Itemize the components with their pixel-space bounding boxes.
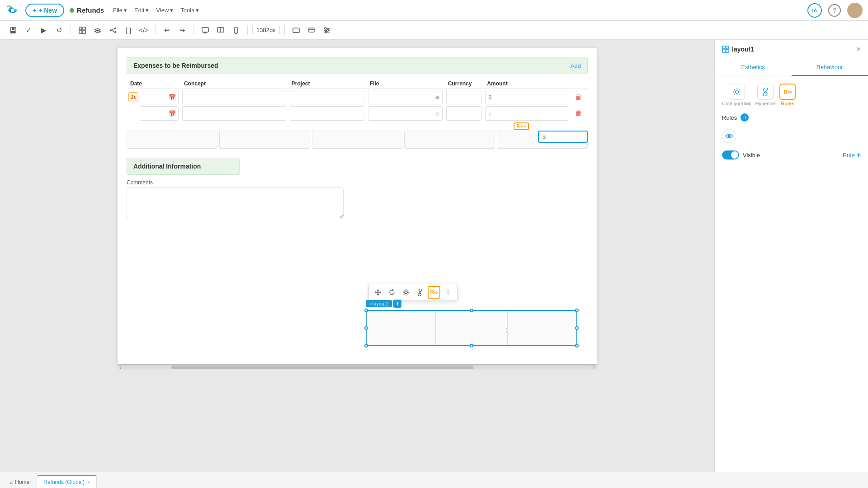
new-button[interactable]: + + New	[25, 4, 64, 17]
comments-textarea[interactable]	[127, 188, 344, 219]
handle-bm[interactable]	[470, 344, 473, 347]
refunds-tab[interactable]: Refunds (Global) ×	[37, 475, 97, 488]
ia-badge[interactable]: IA	[807, 3, 822, 18]
delete-row-1[interactable]: 🗑	[573, 91, 585, 103]
adjust-button[interactable]	[320, 23, 334, 37]
view-menu[interactable]: View ▾	[156, 7, 173, 14]
status-dot	[70, 8, 74, 13]
save-button[interactable]	[6, 23, 20, 37]
tab-behaviour[interactable]: Behaviour	[792, 59, 868, 76]
handle-tl[interactable]	[364, 309, 368, 312]
top-right: IA ?	[807, 3, 863, 18]
grid-button[interactable]	[75, 23, 89, 37]
refresh-button[interactable]: ↺	[52, 23, 66, 37]
scroll-thumb[interactable]	[171, 366, 473, 369]
svg-rect-37	[726, 50, 729, 52]
handle-tm[interactable]	[470, 309, 473, 312]
main-layout: Expenses to be Reimbursed Add Date Conce…	[0, 40, 868, 472]
file-input-2[interactable]	[368, 106, 443, 121]
panel-close-button[interactable]: ×	[857, 45, 861, 53]
separator	[247, 25, 248, 35]
undo-button[interactable]: ↩	[160, 23, 174, 37]
check-button[interactable]: ✓	[22, 23, 35, 37]
desktop-view-button[interactable]	[198, 23, 212, 37]
help-icon[interactable]: ?	[828, 4, 841, 17]
hyperlink-icon-col: Hyperlink	[755, 84, 776, 106]
expand-view-button[interactable]	[289, 23, 303, 37]
eye-button[interactable]	[722, 129, 736, 143]
handle-mr[interactable]	[575, 326, 579, 330]
rotate-tool-button[interactable]	[386, 286, 398, 299]
rules-icon-button[interactable]: R∞	[779, 84, 796, 100]
handle-br[interactable]	[575, 344, 579, 347]
total-dollar: $	[542, 133, 546, 140]
settings-tool-button[interactable]	[400, 286, 412, 299]
mobile-view-button[interactable]	[229, 23, 243, 37]
branches-button[interactable]	[106, 23, 120, 37]
tab-esthetics[interactable]: Esthetics	[715, 59, 792, 76]
avatar[interactable]	[847, 3, 863, 18]
section2: Additional Information Comments ⤡	[127, 158, 588, 221]
rule-add-button[interactable]: +	[857, 151, 861, 159]
currency-input-2[interactable]	[446, 106, 482, 121]
link-tool-button[interactable]	[414, 286, 426, 299]
hyperlink-icon-button[interactable]	[757, 84, 774, 100]
horizontal-scrollbar[interactable]: ‹ ›	[118, 364, 597, 370]
scroll-track[interactable]	[125, 366, 590, 369]
project-input-1[interactable]	[290, 90, 364, 104]
edit-menu[interactable]: Edit ▾	[134, 7, 149, 14]
move-tool-button[interactable]	[372, 286, 384, 299]
html-button[interactable]: </>	[137, 23, 151, 37]
concept-input-1[interactable]	[182, 90, 286, 104]
visible-row: Visible Rule +	[722, 150, 861, 160]
col-currency: Currency	[444, 79, 484, 89]
svg-rect-34	[722, 46, 725, 49]
tools-menu[interactable]: Tools ▾	[180, 7, 198, 14]
svg-point-0	[11, 9, 14, 12]
rules-icon-label: Rules	[781, 101, 794, 106]
file-input-1[interactable]	[368, 90, 443, 104]
rules-label: R∞	[430, 289, 438, 296]
home-tab[interactable]: ⌂ Home	[5, 476, 35, 488]
delete-row-2[interactable]: 🗑	[573, 108, 585, 119]
selected-layout-box[interactable]	[366, 310, 577, 346]
handle-ml[interactable]	[364, 326, 368, 330]
layout-col-3	[507, 311, 576, 345]
rules-count-badge: 0	[741, 113, 749, 122]
add-link[interactable]: Add	[571, 62, 581, 69]
calendar-icon-2: 📅	[169, 110, 176, 117]
canvas-area: Expenses to be Reimbursed Add Date Conce…	[0, 40, 714, 472]
amount-input-1[interactable]	[495, 94, 569, 100]
svg-rect-23	[293, 28, 299, 33]
handle-bl[interactable]	[364, 344, 368, 347]
split-view-button[interactable]	[214, 23, 227, 37]
window-button[interactable]	[305, 23, 318, 37]
file-menu[interactable]: File ▾	[113, 7, 127, 14]
concept-input-2[interactable]	[182, 106, 286, 121]
amount-input-2[interactable]	[495, 110, 569, 117]
scroll-right-arrow[interactable]: ›	[591, 364, 597, 371]
svg-point-11	[114, 28, 116, 29]
currency-input-1[interactable]	[446, 90, 482, 104]
layout-tag[interactable]: ‹ layout1	[366, 300, 392, 307]
code-button[interactable]: { }	[122, 23, 135, 37]
project-input-2[interactable]	[290, 106, 364, 121]
layout-add-button[interactable]: +	[393, 300, 401, 308]
svg-rect-6	[79, 27, 82, 30]
svg-point-38	[735, 90, 738, 94]
more-tool-button[interactable]: ⋮	[442, 286, 454, 299]
rules-text: Rules	[722, 114, 737, 121]
separator	[155, 25, 156, 35]
rules-tool-button[interactable]: R∞	[428, 286, 440, 299]
play-button[interactable]: ▶	[37, 23, 51, 37]
total-input[interactable]	[547, 133, 584, 140]
rule-label: Rule	[843, 152, 855, 159]
handle-tr[interactable]	[575, 309, 579, 312]
visible-toggle[interactable]	[722, 150, 739, 160]
scroll-left-arrow[interactable]: ‹	[118, 364, 123, 371]
config-icon-button[interactable]	[729, 84, 745, 100]
close-tab-icon[interactable]: ×	[87, 480, 90, 485]
layers-button[interactable]	[91, 23, 104, 37]
redo-button[interactable]: ↪	[175, 23, 189, 37]
svg-point-10	[110, 29, 112, 31]
